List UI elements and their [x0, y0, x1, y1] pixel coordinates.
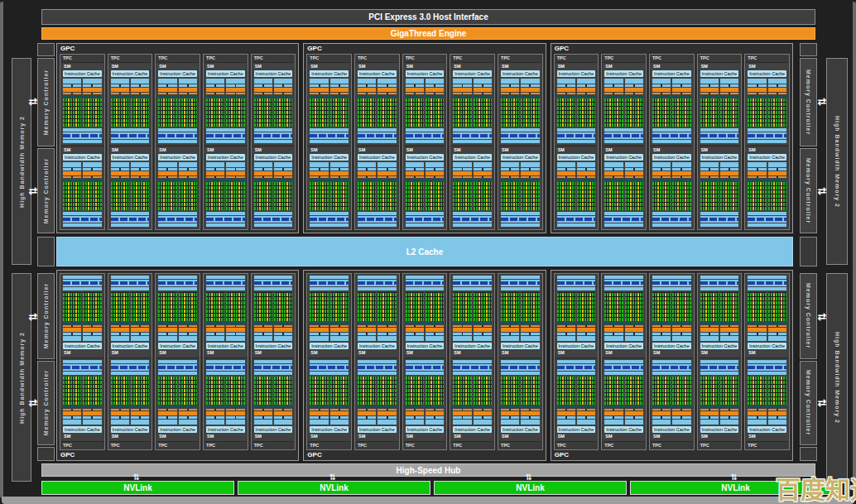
instruction-buffer-bar	[310, 79, 328, 84]
shared-memory-bar	[358, 223, 397, 227]
instruction-buffer-bar	[179, 420, 197, 425]
sm-label: SM	[109, 434, 151, 439]
hbm2-box: High Bandwidth Memory 2	[826, 273, 848, 482]
dispatch-split-bar	[274, 409, 292, 410]
texture-units-row	[158, 132, 197, 139]
dispatch-bar	[748, 88, 766, 92]
dispatch-bar	[83, 328, 101, 332]
register-file-bar	[501, 95, 519, 98]
sm-processing-blocks	[358, 377, 397, 425]
register-file-bar	[310, 179, 328, 181]
processing-block	[406, 292, 424, 341]
instruction-buffer-bar	[358, 79, 376, 84]
processing-block	[131, 79, 149, 127]
register-file-bar	[720, 95, 738, 98]
sm-block: SMInstruction Cache	[252, 359, 295, 443]
warp-scheduler-bar	[254, 416, 272, 419]
dispatch-split-bar	[625, 176, 643, 178]
processing-block	[557, 162, 575, 210]
load-store-bar	[206, 212, 245, 215]
instruction-buffer-bar	[158, 420, 176, 425]
sm-block: SMInstruction Cache	[746, 62, 788, 145]
load-store-bar	[604, 287, 643, 290]
shared-memory-bar	[557, 140, 596, 143]
warp-scheduler-bar	[720, 84, 738, 87]
dispatch-bar	[426, 411, 444, 415]
instruction-buffer-bar	[748, 336, 766, 341]
sm-block: SMInstruction Cache	[61, 359, 103, 443]
sm-block: SMInstruction Cache	[204, 275, 247, 358]
warp-scheduler-bar	[310, 333, 328, 335]
dispatch-split-bar	[720, 409, 738, 410]
instruction-buffer-bar	[521, 420, 539, 425]
tpc-label: TPC	[745, 442, 789, 449]
dispatch-split-bar	[63, 176, 81, 178]
dispatch-bar	[226, 411, 244, 415]
instruction-buffer-bar	[63, 162, 81, 167]
shared-memory-bar	[652, 360, 691, 363]
processing-block	[604, 162, 623, 210]
instruction-buffer-bar	[206, 336, 224, 341]
dispatch-split-bar	[672, 176, 690, 178]
dispatch-split-bar	[131, 409, 149, 410]
sm-block: SMInstruction Cache	[204, 359, 247, 443]
side-filler-box	[37, 43, 55, 56]
processing-block	[378, 79, 396, 127]
dispatch-bar	[111, 411, 129, 415]
dispatch-split-bar	[406, 93, 424, 94]
dispatch-bar	[406, 171, 424, 175]
instruction-cache-bar: Instruction Cache	[453, 154, 492, 161]
processing-block	[604, 79, 623, 127]
register-file-bar	[720, 179, 738, 181]
texture-units-row	[310, 216, 349, 223]
instruction-cache-bar: Instruction Cache	[700, 154, 739, 161]
sm-label: SM	[555, 64, 598, 70]
tpc-label: TPC	[450, 55, 494, 62]
chip-frame-right	[853, 2, 856, 498]
tpc-block: TPCSMInstruction CacheSMInstruction Cach…	[450, 54, 495, 230]
register-file-bar	[226, 95, 244, 98]
load-store-bar	[358, 372, 397, 375]
core-grid	[604, 377, 623, 406]
texture-units-row	[310, 364, 349, 371]
core-grid	[672, 98, 690, 127]
instruction-buffer-bar	[577, 420, 595, 425]
warp-scheduler-bar	[521, 333, 539, 335]
left-right-double-arrow-icon: ⇄	[24, 311, 42, 323]
dispatch-split-bar	[625, 93, 643, 94]
sm-label: SM	[404, 64, 446, 70]
register-file-bar	[179, 406, 197, 408]
core-grid	[406, 377, 424, 406]
gpc-label: GPC	[304, 450, 545, 460]
register-file-bar	[111, 322, 129, 324]
warp-scheduler-bar	[720, 416, 738, 419]
register-file-bar	[330, 95, 349, 98]
sm-processing-blocks	[700, 292, 739, 341]
register-file-bar	[83, 406, 101, 408]
warp-scheduler-bar	[426, 333, 444, 335]
load-store-bar	[358, 287, 397, 290]
dispatch-split-bar	[131, 176, 149, 178]
gpc-block: GPCTPCSMInstruction CacheSMInstruction C…	[551, 270, 793, 461]
sm-processing-blocks	[358, 292, 397, 341]
dispatch-split-bar	[378, 409, 396, 410]
dispatch-bar	[474, 88, 492, 92]
processing-block	[378, 377, 396, 425]
texture-units-row	[652, 216, 691, 223]
dispatch-split-bar	[330, 176, 349, 178]
dispatch-bar	[206, 411, 224, 415]
dispatch-split-bar	[63, 409, 81, 410]
chip-frame-left	[0, 2, 3, 498]
processing-block	[652, 292, 671, 341]
left-right-double-arrow-icon: ⇄	[24, 397, 42, 409]
core-grid	[426, 98, 444, 127]
texture-units-row	[501, 364, 540, 371]
instruction-cache-bar: Instruction Cache	[254, 70, 293, 77]
hbm2-box: High Bandwidth Memory 2	[12, 58, 31, 265]
sm-label: SM	[499, 350, 541, 356]
sm-processing-blocks	[63, 162, 102, 210]
instruction-buffer-bar	[131, 162, 149, 167]
dispatch-bar	[63, 411, 81, 415]
hbm2-label: High Bandwidth Memory 2	[834, 116, 840, 208]
shared-memory-bar	[63, 360, 102, 363]
